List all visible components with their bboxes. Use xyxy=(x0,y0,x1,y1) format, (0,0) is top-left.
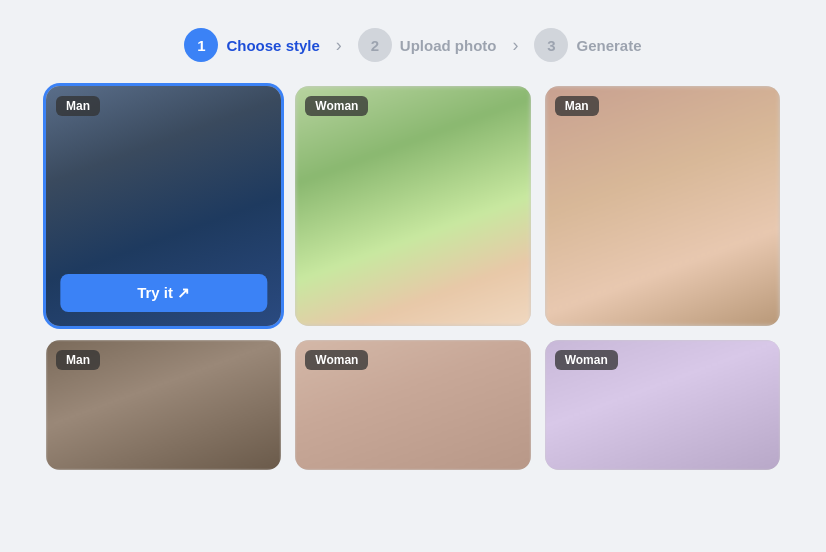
style-grid: Man Try it ↗ Woman Man Man Woman Woman xyxy=(0,86,826,470)
chevron-2: › xyxy=(512,35,518,56)
card-badge-man-bottom: Man xyxy=(56,350,100,370)
card-man-bottom[interactable]: Man xyxy=(46,340,281,470)
step-1[interactable]: 1 Choose style xyxy=(184,28,319,62)
chevron-1: › xyxy=(336,35,342,56)
card-woman-bottom3[interactable]: Woman xyxy=(545,340,780,470)
step-3-label: Generate xyxy=(576,37,641,54)
step-3-circle: 3 xyxy=(534,28,568,62)
card-badge-man-portrait: Man xyxy=(555,96,599,116)
step-2-label: Upload photo xyxy=(400,37,497,54)
step-2-circle: 2 xyxy=(358,28,392,62)
step-2[interactable]: 2 Upload photo xyxy=(358,28,497,62)
card-badge-woman-bottom3: Woman xyxy=(555,350,618,370)
card-woman-golf[interactable]: Woman xyxy=(295,86,530,326)
card-woman-bottom2[interactable]: Woman xyxy=(295,340,530,470)
card-man-portrait[interactable]: Man xyxy=(545,86,780,326)
stepper: 1 Choose style › 2 Upload photo › 3 Gene… xyxy=(0,0,826,86)
step-1-label: Choose style xyxy=(226,37,319,54)
card-badge-woman-golf: Woman xyxy=(305,96,368,116)
step-1-circle: 1 xyxy=(184,28,218,62)
card-man-football[interactable]: Man Try it ↗ xyxy=(46,86,281,326)
step-3[interactable]: 3 Generate xyxy=(534,28,641,62)
card-badge-woman-bottom2: Woman xyxy=(305,350,368,370)
card-badge-man-football: Man xyxy=(56,96,100,116)
try-it-button[interactable]: Try it ↗ xyxy=(60,274,267,312)
